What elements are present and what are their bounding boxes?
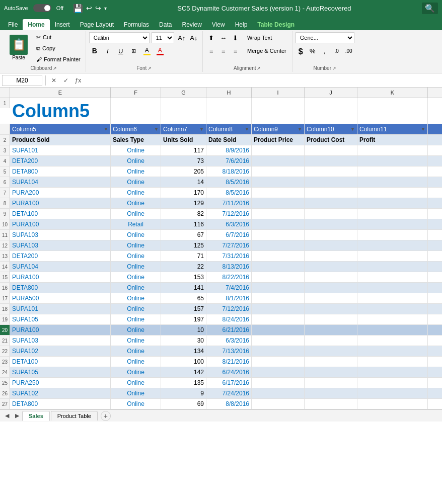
row-num-12[interactable]: 12 — [0, 240, 10, 250]
insert-function-icon[interactable]: ƒx — [73, 75, 83, 86]
cell-k22[interactable] — [357, 346, 428, 356]
row-num-26[interactable]: 26 — [0, 388, 10, 398]
cell-k11[interactable] — [357, 230, 428, 240]
cell-k8[interactable] — [357, 198, 428, 208]
row-num-20[interactable]: 20 — [0, 325, 10, 335]
cell-e8[interactable]: PURA100 — [10, 198, 111, 208]
tab-file[interactable]: File — [3, 19, 23, 30]
col-header-e[interactable]: E — [10, 88, 111, 98]
cell-j26[interactable] — [305, 388, 357, 398]
row-num-1[interactable]: 1 — [0, 98, 10, 108]
cell-e5[interactable]: DETA800 — [10, 166, 111, 177]
border-button[interactable]: ⊞ — [128, 45, 139, 56]
cell-j13[interactable] — [305, 251, 357, 261]
align-left-button[interactable]: ≡ — [206, 45, 217, 56]
copy-button[interactable]: ⧉ Copy — [34, 44, 83, 53]
cell-k12[interactable] — [357, 240, 428, 250]
cell-h21[interactable]: 6/3/2016 — [206, 335, 252, 346]
cell-g1[interactable] — [161, 98, 206, 124]
cell-f2[interactable]: Sales Type — [111, 135, 161, 145]
cell-e6[interactable]: SUPA104 — [10, 177, 111, 187]
cell-k6[interactable] — [357, 177, 428, 187]
cell-e26[interactable]: SUPA102 — [10, 388, 111, 398]
row-num-11[interactable]: 11 — [0, 230, 10, 240]
cell-i26[interactable] — [252, 388, 305, 398]
cell-i22[interactable] — [252, 346, 305, 356]
row-num-24[interactable]: 24 — [0, 367, 10, 377]
cell-i5[interactable] — [252, 166, 305, 177]
sheet-tab-sales[interactable]: Sales — [22, 411, 50, 421]
cell-g24[interactable]: 142 — [161, 367, 206, 377]
cell-i25[interactable] — [252, 378, 305, 388]
cell-e27[interactable]: DETA800 — [10, 399, 111, 409]
cell-k15[interactable] — [357, 272, 428, 282]
cell-j18[interactable] — [305, 304, 357, 314]
cell-i11[interactable] — [252, 230, 305, 240]
cell-f25[interactable]: Online — [111, 378, 161, 388]
cell-f9[interactable]: Online — [111, 209, 161, 219]
cell-h17[interactable]: 8/1/2016 — [206, 293, 252, 303]
undo-icon[interactable]: ↩ — [86, 4, 92, 12]
filter-i[interactable]: Column9▼ — [252, 124, 305, 134]
redo-icon[interactable]: ↪ — [95, 4, 101, 12]
cell-e25[interactable]: PURA250 — [10, 378, 111, 388]
row-num-18[interactable]: 18 — [0, 304, 10, 314]
cell-k4[interactable] — [357, 156, 428, 166]
cell-k18[interactable] — [357, 304, 428, 314]
tab-page-layout[interactable]: Page Layout — [75, 19, 119, 30]
cell-i21[interactable] — [252, 335, 305, 346]
cell-i7[interactable] — [252, 188, 305, 198]
sheet-nav-right[interactable]: ▶ — [12, 411, 22, 421]
cut-button[interactable]: ✂ Cut — [34, 33, 83, 42]
cell-j6[interactable] — [305, 177, 357, 187]
cell-e24[interactable]: SUPA105 — [10, 367, 111, 377]
formula-input[interactable] — [85, 75, 440, 86]
cell-f3[interactable]: Online — [111, 145, 161, 155]
cell-k16[interactable] — [357, 283, 428, 293]
cancel-formula-icon[interactable]: ✕ — [49, 75, 59, 86]
align-top-button[interactable]: ⬆ — [206, 32, 217, 43]
cell-e18[interactable]: SUPA101 — [10, 304, 111, 314]
cell-g17[interactable]: 65 — [161, 293, 206, 303]
cell-g8[interactable]: 129 — [161, 198, 206, 208]
cell-g16[interactable]: 141 — [161, 283, 206, 293]
filter-j[interactable]: Column10▼ — [305, 124, 357, 134]
save-icon[interactable]: 💾 — [73, 4, 83, 13]
tab-data[interactable]: Data — [154, 19, 177, 30]
wrap-text-button[interactable]: Wrap Text — [245, 32, 274, 43]
cell-h3[interactable]: 8/9/2016 — [206, 145, 252, 155]
cell-k3[interactable] — [357, 145, 428, 155]
row-num-13[interactable]: 13 — [0, 251, 10, 261]
cell-h1[interactable] — [206, 98, 252, 124]
cell-k14[interactable] — [357, 262, 428, 272]
cell-k9[interactable] — [357, 209, 428, 219]
tab-review[interactable]: Review — [177, 19, 206, 30]
tab-view[interactable]: View — [207, 19, 230, 30]
cell-i14[interactable] — [252, 262, 305, 272]
cell-h16[interactable]: 7/4/2016 — [206, 283, 252, 293]
cell-h4[interactable]: 7/6/2016 — [206, 156, 252, 166]
underline-button[interactable]: U — [115, 45, 126, 56]
cell-k24[interactable] — [357, 367, 428, 377]
row-num-15[interactable]: 15 — [0, 272, 10, 282]
row-num-17[interactable]: 17 — [0, 293, 10, 303]
cell-g26[interactable]: 9 — [161, 388, 206, 398]
cell-g14[interactable]: 22 — [161, 262, 206, 272]
cell-j3[interactable] — [305, 145, 357, 155]
cell-j14[interactable] — [305, 262, 357, 272]
increase-font-button[interactable]: A↑ — [176, 32, 187, 43]
cell-k17[interactable] — [357, 293, 428, 303]
tab-home[interactable]: Home — [23, 19, 49, 30]
cell-e12[interactable]: SUPA103 — [10, 240, 111, 250]
cell-i16[interactable] — [252, 283, 305, 293]
row-num-4[interactable]: 4 — [0, 156, 10, 166]
cell-g21[interactable]: 30 — [161, 335, 206, 346]
cell-g2[interactable]: Units Sold — [161, 135, 206, 145]
align-right-button[interactable]: ≡ — [230, 45, 241, 56]
decrease-decimal-button[interactable]: .0 — [331, 45, 342, 56]
cell-h14[interactable]: 8/13/2016 — [206, 262, 252, 272]
autosave-toggle[interactable] — [33, 4, 51, 12]
percent-button[interactable]: % — [307, 45, 318, 56]
align-center-button[interactable]: ≡ — [218, 45, 229, 56]
cell-j23[interactable] — [305, 357, 357, 367]
